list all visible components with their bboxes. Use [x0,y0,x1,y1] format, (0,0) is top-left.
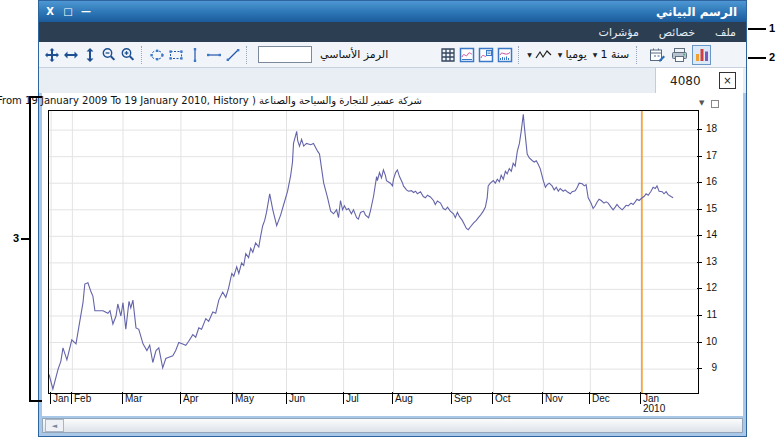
toolbar: الرمز الأساسي ▼ ▼ يوميا ▼ 1 سنة [39,42,746,68]
hline-tool-icon[interactable] [204,45,223,65]
x-axis-tick [542,392,543,404]
x-axis-label: Nov [545,394,563,404]
x-axis-label: Oct [495,394,511,404]
title-bar[interactable]: X □ — الرسم البياني [39,1,746,22]
y-axis-label: 10 [699,336,717,347]
h-resize-icon[interactable] [61,45,80,65]
range-dropdown[interactable]: ▼ 1 سنة [593,48,630,61]
y-axis-label: 18 [699,123,717,134]
toolbar-separator [518,46,520,64]
x-axis-tick [50,392,51,404]
close-icon[interactable]: X [43,4,57,19]
menu-bar: ملف خصائص مؤشرات [39,22,746,42]
y-axis-label: 12 [699,282,717,293]
chart-plot-area[interactable] [48,110,699,394]
chevron-down-icon: ▼ [558,51,563,58]
rect-tool-icon[interactable] [166,45,185,65]
x-axis-label: May [235,394,254,404]
x-axis-tick [71,392,72,404]
x-axis-label: Sep [454,394,472,404]
callout-line-1 [748,28,766,30]
tab-close-icon[interactable]: × [719,72,736,89]
y-axis-label: 14 [699,229,717,240]
chevron-down-icon[interactable]: ▼ [699,99,704,107]
callout-bracket-3-top [29,96,42,98]
y-axis-label: 9 [699,362,717,373]
callout-label-2: 2 [769,51,775,63]
y-axis-label: 16 [699,176,717,187]
line-type-dropdown[interactable]: ▼ [527,49,552,61]
zoom-out-icon[interactable] [99,45,118,65]
period-dropdown[interactable]: ▼ يوميا [558,48,587,61]
chart-style-2-icon[interactable] [476,45,495,65]
menu-item-properties[interactable]: خصائص [659,26,695,39]
line-type-icon [535,49,552,61]
vline-tool-icon[interactable] [185,45,204,65]
v-resize-icon[interactable] [80,45,99,65]
x-axis-tick [451,392,452,404]
chart-title: شركة عسير للتجارة والسياحة والصناعة ( Fr… [44,95,422,108]
chart-style-1-icon[interactable] [457,45,476,65]
x-axis-label: Jan2010 [643,394,665,414]
chevron-down-icon: ▼ [593,51,598,58]
x-axis-label: Jul [346,394,359,404]
toolbar-separator [141,46,143,64]
x-axis-tick [640,392,641,404]
x-axis-tick [343,392,344,404]
diagonal-tool-icon[interactable] [223,45,242,65]
callout-label-1: 1 [769,22,775,34]
x-axis-label: Aug [395,394,413,404]
y-axis-label: 17 [699,150,717,161]
period-value: يوميا [565,48,586,61]
tab-strip: 4080 × [39,68,746,93]
symbol-input-label: الرمز الأساسي [320,48,388,61]
x-axis-tick [392,392,393,404]
x-axis-label: Jun [289,394,305,404]
y-axis-label: 13 [699,256,717,267]
restore-box-icon[interactable] [711,100,719,108]
barchart-icon[interactable] [692,45,711,65]
symbol-input[interactable] [258,46,312,63]
range-value: 1 سنة [600,48,629,61]
x-axis-label: Jan [53,394,69,404]
x-axis-label: Apr [183,394,199,404]
calendar-icon[interactable] [648,45,667,65]
callout-label-3: 3 [13,232,19,244]
callout-bracket-3 [29,96,31,402]
printer-icon[interactable] [670,45,689,65]
grid-icon[interactable] [438,45,457,65]
window-title: الرسم البياني [656,5,746,19]
x-axis-tick [232,392,233,404]
horizontal-scrollbar[interactable]: ◄ [42,418,743,433]
x-axis-tick [589,392,590,404]
x-axis-label: Dec [592,394,610,404]
x-axis-tick [180,392,181,404]
symbol-tab[interactable]: 4080 × [655,68,743,93]
menu-item-file[interactable]: ملف [715,26,736,39]
callout-bracket-3-bottom [29,400,42,402]
symbol-tab-value: 4080 [670,74,701,88]
maximize-icon[interactable]: □ [61,4,75,19]
chevron-down-icon: ▼ [527,51,532,58]
chart-style-3-icon[interactable] [495,45,514,65]
toolbar-separator [636,46,638,64]
y-axis-label: 15 [699,203,717,214]
x-axis-label: Feb [74,394,91,404]
y-axis-label: 11 [699,309,717,320]
move-icon[interactable] [42,45,61,65]
menu-item-indicators[interactable]: مؤشرات [599,26,639,39]
x-axis-label: Mar [125,394,142,404]
price-line-chart [49,111,698,393]
callout-line-2 [748,57,766,59]
minimize-icon[interactable]: — [79,4,93,19]
toolbar-separator [246,46,248,64]
x-axis-tick [122,392,123,404]
x-axis-tick [286,392,287,404]
x-axis-tick [492,392,493,404]
ellipse-tool-icon[interactable] [147,45,166,65]
zoom-in-icon[interactable] [118,45,137,65]
scroll-left-icon[interactable]: ◄ [45,419,64,432]
